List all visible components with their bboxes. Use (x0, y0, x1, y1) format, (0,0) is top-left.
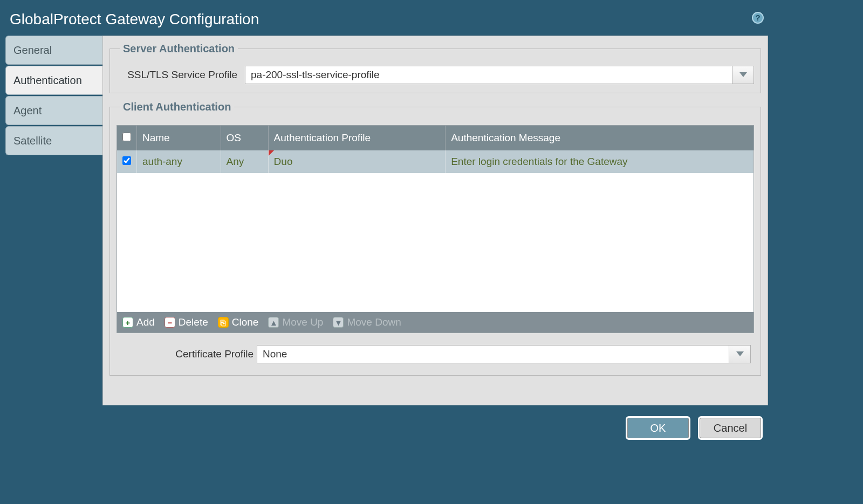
svg-marker-0 (739, 72, 747, 77)
header-select-all[interactable] (117, 126, 137, 150)
server-authentication-legend: Server Authentication (120, 43, 238, 55)
arrow-up-icon: ▲ (268, 317, 279, 328)
dialog-frame: GlobalProtect Gateway Configuration ? Ge… (0, 0, 773, 447)
clone-button-label: Clone (232, 316, 259, 328)
tab-agent-label: Agent (13, 105, 42, 117)
table-row[interactable]: auth-any Any Duo Enter login credentials… (117, 150, 754, 173)
ssl-profile-row: SSL/TLS Service Profile (117, 66, 754, 84)
cell-auth-profile[interactable]: Duo (268, 150, 446, 173)
grid-toolbar: + Add − Delete ⎘ Clone ▲ (117, 312, 754, 333)
cell-os[interactable]: Any (221, 150, 268, 173)
help-icon[interactable]: ? (752, 12, 764, 24)
cell-auth-message[interactable]: Enter login credentials for the Gateway (446, 150, 754, 173)
move-up-button-label: Move Up (282, 316, 323, 328)
cell-auth-profile-text: Duo (274, 156, 293, 167)
ssl-profile-label: SSL/TLS Service Profile (117, 69, 241, 81)
svg-marker-1 (736, 351, 744, 356)
certificate-profile-row: Certificate Profile (149, 345, 751, 363)
delete-button[interactable]: − Delete (165, 316, 208, 328)
ssl-profile-combo[interactable] (245, 66, 754, 84)
certificate-profile-label: Certificate Profile (149, 348, 257, 360)
cell-name[interactable]: auth-any (137, 150, 221, 173)
col-auth-message[interactable]: Authentication Message (446, 126, 754, 150)
tab-general[interactable]: General (5, 36, 102, 65)
col-os[interactable]: OS (221, 126, 268, 150)
tab-satellite[interactable]: Satellite (5, 126, 102, 155)
tab-authentication[interactable]: Authentication (5, 66, 102, 95)
row-checkbox-cell[interactable] (117, 150, 137, 173)
client-auth-table: Name OS Authentication Profile Authentic… (117, 126, 754, 173)
delete-button-label: Delete (179, 316, 208, 328)
arrow-down-icon: ▼ (333, 317, 344, 328)
ok-button[interactable]: OK (626, 416, 690, 440)
plus-icon: + (122, 317, 133, 328)
dialog-button-bar: OK Cancel (626, 416, 763, 440)
chevron-down-icon (736, 351, 744, 357)
clone-button[interactable]: ⎘ Clone (218, 316, 259, 328)
cancel-button[interactable]: Cancel (698, 416, 763, 440)
dialog-body: General Authentication Agent Satellite S… (5, 36, 768, 405)
tab-agent[interactable]: Agent (5, 96, 102, 125)
tab-strip: General Authentication Agent Satellite (5, 36, 102, 405)
client-authentication-legend: Client Authentication (120, 101, 234, 113)
grid-empty-area (117, 173, 754, 312)
move-up-button[interactable]: ▲ Move Up (268, 316, 323, 328)
tab-satellite-label: Satellite (13, 135, 52, 147)
minus-icon: − (165, 317, 175, 328)
clone-icon: ⎘ (218, 317, 229, 328)
client-auth-grid: Name OS Authentication Profile Authentic… (117, 125, 754, 333)
client-authentication-fieldset: Client Authentication Name OS Authentica… (109, 101, 761, 376)
content-panel: Server Authentication SSL/TLS Service Pr… (102, 36, 768, 405)
dialog-title: GlobalProtect Gateway Configuration (0, 0, 773, 37)
move-down-button-label: Move Down (347, 316, 401, 328)
select-all-checkbox[interactable] (122, 133, 131, 141)
tab-authentication-label: Authentication (13, 74, 82, 87)
certificate-profile-combo[interactable] (257, 345, 751, 363)
col-auth-profile[interactable]: Authentication Profile (268, 126, 446, 150)
tab-general-label: General (13, 44, 52, 57)
server-authentication-fieldset: Server Authentication SSL/TLS Service Pr… (109, 43, 761, 93)
add-button-label: Add (136, 316, 155, 328)
move-down-button[interactable]: ▼ Move Down (333, 316, 401, 328)
cancel-button-label: Cancel (714, 422, 747, 434)
certificate-profile-input[interactable] (257, 347, 729, 361)
table-header-row: Name OS Authentication Profile Authentic… (117, 126, 754, 150)
col-name[interactable]: Name (137, 126, 221, 150)
certificate-profile-dropdown-button[interactable] (729, 346, 750, 363)
ok-button-label: OK (650, 422, 666, 434)
ssl-profile-input[interactable] (245, 68, 732, 82)
add-button[interactable]: + Add (122, 316, 155, 328)
override-flag-icon (269, 150, 274, 156)
chevron-down-icon (739, 72, 747, 78)
ssl-profile-dropdown-button[interactable] (732, 66, 754, 84)
row-checkbox[interactable] (122, 156, 131, 165)
